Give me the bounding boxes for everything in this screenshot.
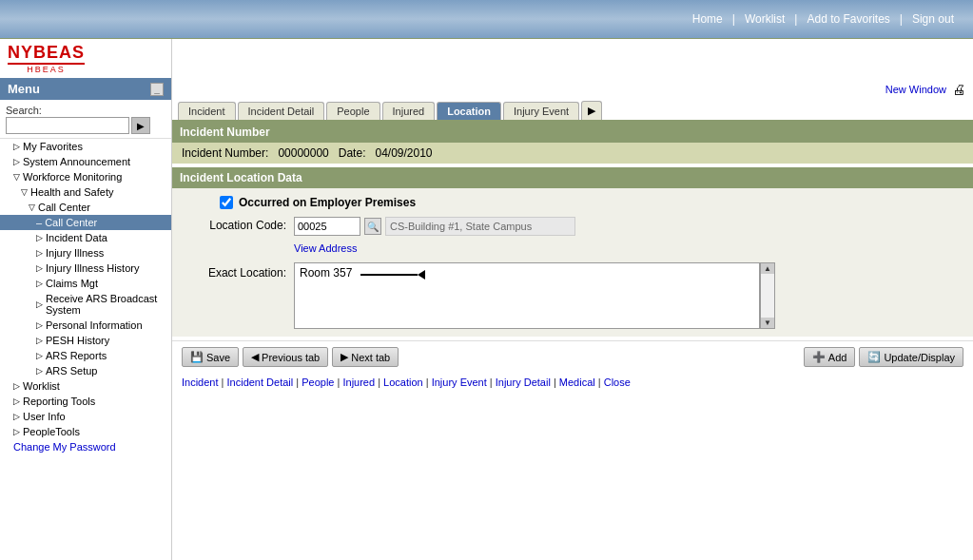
arrow-icon: ▷ bbox=[13, 381, 20, 391]
sidebar-item-ars-setup[interactable]: ▷ ARS Setup bbox=[0, 363, 171, 378]
bottom-link-injured[interactable]: Injured bbox=[342, 377, 375, 388]
view-address-row: View Address bbox=[182, 241, 963, 255]
sidebar-item-claims-mgt[interactable]: ▷ Claims Mgt bbox=[0, 276, 171, 291]
sidebar-item-call-center-parent[interactable]: ▽ Call Center bbox=[0, 200, 171, 215]
home-link[interactable]: Home bbox=[683, 12, 732, 26]
sidebar-item-system-announcement[interactable]: ▷ System Announcement bbox=[0, 154, 171, 169]
scrollbar-up-button[interactable]: ▲ bbox=[761, 263, 774, 274]
sidebar-item-receive-ars[interactable]: ▷ Receive ARS Broadcast System bbox=[0, 291, 171, 318]
sidebar-item-pesh-history[interactable]: ▷ PESH History bbox=[0, 333, 171, 348]
previous-tab-button[interactable]: ◀ Previous tab bbox=[243, 347, 328, 367]
location-section-header: Incident Location Data bbox=[172, 167, 973, 188]
sidebar-item-label: Incident Data bbox=[46, 232, 107, 243]
update-display-label: Update/Display bbox=[884, 352, 955, 363]
view-address-link[interactable]: View Address bbox=[294, 242, 357, 254]
update-display-button[interactable]: 🔄 Update/Display bbox=[859, 347, 963, 367]
sidebar-item-worklist[interactable]: ▷ Worklist bbox=[0, 378, 171, 394]
new-window-link[interactable]: New Window bbox=[885, 84, 946, 95]
bottom-link-close[interactable]: Close bbox=[604, 377, 631, 388]
sidebar-item-my-favorites[interactable]: ▷ My Favorites bbox=[0, 139, 171, 154]
print-icon[interactable]: 🖨 bbox=[952, 82, 965, 97]
arrow-icon: ▷ bbox=[13, 157, 20, 166]
sidebar-item-label: PeopleTools bbox=[23, 426, 80, 437]
arrow-icon: ▷ bbox=[36, 233, 43, 242]
bottom-link-incident[interactable]: Incident bbox=[182, 377, 219, 388]
header-nav-bar: Home | Worklist | Add to Favorites | Sig… bbox=[0, 0, 973, 38]
bottom-link-injury-detail[interactable]: Injury Detail bbox=[496, 377, 551, 388]
arrow-icon: ▷ bbox=[36, 320, 43, 330]
sidebar-item-incident-data[interactable]: ▷ Incident Data bbox=[0, 230, 171, 245]
sidebar-item-injury-illness[interactable]: ▷ Injury Illness bbox=[0, 245, 171, 261]
worklist-link[interactable]: Worklist bbox=[735, 12, 794, 26]
bottom-link-injury-event[interactable]: Injury Event bbox=[432, 377, 487, 388]
add-button[interactable]: ➕ Add bbox=[804, 347, 856, 367]
arrow-line bbox=[360, 274, 418, 276]
location-search-button[interactable]: 🔍 bbox=[364, 218, 381, 235]
next-tab-label: Next tab bbox=[351, 352, 390, 363]
arrow-icon: ▷ bbox=[36, 248, 43, 258]
employer-premises-checkbox[interactable] bbox=[220, 196, 233, 209]
sidebar-item-injury-illness-history[interactable]: ▷ Injury Illness History bbox=[0, 261, 171, 276]
bottom-links: Incident | Incident Detail | People | In… bbox=[172, 373, 973, 392]
sidebar-item-label: Health and Safety bbox=[30, 186, 113, 198]
tab-more-button[interactable]: ▶ bbox=[581, 101, 602, 120]
bottom-link-incident-detail[interactable]: Incident Detail bbox=[227, 377, 294, 388]
location-code-input[interactable] bbox=[294, 217, 360, 236]
tab-incident-detail[interactable]: Incident Detail bbox=[238, 102, 325, 120]
save-icon: 💾 bbox=[190, 351, 204, 363]
arrow-icon: ▷ bbox=[36, 366, 43, 376]
arrow-icon: ▷ bbox=[36, 336, 43, 345]
sign-out-link[interactable]: Sign out bbox=[903, 12, 963, 26]
location-code-row: Location Code: 🔍 bbox=[182, 217, 963, 236]
sidebar-header: Menu _ bbox=[0, 78, 171, 100]
tab-injury-event[interactable]: Injury Event bbox=[503, 102, 579, 120]
arrow-icon: ▷ bbox=[36, 299, 43, 309]
sidebar-item-reporting-tools[interactable]: ▷ Reporting Tools bbox=[0, 394, 171, 409]
scrollbar-down-button[interactable]: ▼ bbox=[761, 318, 774, 328]
arrow-annotation bbox=[360, 270, 427, 280]
save-button[interactable]: 💾 Save bbox=[182, 347, 239, 367]
sidebar-item-label: ARS Setup bbox=[46, 365, 97, 377]
incident-number-label: Incident Number: bbox=[182, 146, 268, 160]
add-icon: ➕ bbox=[812, 351, 826, 363]
sidebar-item-change-password[interactable]: Change My Password bbox=[0, 439, 171, 454]
tab-location[interactable]: Location bbox=[437, 102, 501, 120]
bottom-link-location[interactable]: Location bbox=[383, 377, 423, 388]
exact-location-label: Exact Location: bbox=[182, 262, 286, 280]
sidebar-item-ars-reports[interactable]: ▷ ARS Reports bbox=[0, 348, 171, 363]
minimize-button[interactable]: _ bbox=[150, 83, 164, 96]
tab-people[interactable]: People bbox=[326, 102, 379, 120]
add-to-favorites-link[interactable]: Add to Favorites bbox=[797, 12, 899, 26]
arrowhead-icon bbox=[418, 270, 425, 280]
sidebar-item-people-tools[interactable]: ▷ PeopleTools bbox=[0, 424, 171, 439]
arrow-icon: ▽ bbox=[13, 172, 20, 182]
sidebar-item-call-center[interactable]: – Call Center bbox=[0, 215, 171, 230]
date-value: 04/09/2010 bbox=[375, 146, 432, 160]
logo: NYBEAS HBEAS bbox=[8, 43, 85, 74]
bottom-link-people[interactable]: People bbox=[302, 377, 334, 388]
sidebar: Menu _ Search: ▶ ▷ My Favorites ▷ System… bbox=[0, 78, 172, 560]
tab-incident[interactable]: Incident bbox=[178, 102, 236, 120]
bottom-link-medical[interactable]: Medical bbox=[559, 377, 595, 388]
search-label: Search: bbox=[6, 105, 42, 116]
action-bar-left: 💾 Save ◀ Previous tab ▶ Next tab bbox=[182, 347, 399, 367]
sidebar-item-label: Injury Illness History bbox=[46, 262, 139, 274]
arrow-icon: ▷ bbox=[13, 427, 20, 436]
logo-sub: HBEAS bbox=[8, 65, 85, 74]
sidebar-item-personal-info[interactable]: ▷ Personal Information bbox=[0, 318, 171, 333]
textarea-scrollbar[interactable]: ▲ ▼ bbox=[760, 262, 775, 329]
arrow-icon: ▷ bbox=[36, 351, 43, 360]
search-button[interactable]: ▶ bbox=[131, 117, 150, 134]
next-tab-button[interactable]: ▶ Next tab bbox=[332, 347, 399, 367]
sidebar-item-workforce-monitoring[interactable]: ▽ Workforce Monitoring bbox=[0, 169, 171, 184]
action-bar-right: ➕ Add 🔄 Update/Display bbox=[804, 347, 963, 367]
sidebar-item-label: ARS Reports bbox=[46, 350, 107, 361]
tab-injured[interactable]: Injured bbox=[382, 102, 436, 120]
sidebar-item-user-info[interactable]: ▷ User Info bbox=[0, 409, 171, 424]
search-input[interactable] bbox=[6, 117, 129, 134]
location-code-inputs: 🔍 bbox=[294, 217, 575, 236]
sidebar-item-health-safety[interactable]: ▽ Health and Safety bbox=[0, 184, 171, 200]
arrow-icon: ▽ bbox=[21, 187, 28, 197]
employer-premises-row: Occurred on Employer Premises bbox=[182, 196, 963, 209]
add-label: Add bbox=[828, 352, 847, 363]
